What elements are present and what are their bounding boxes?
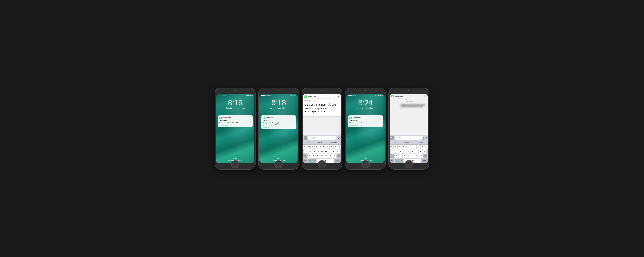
key-n[interactable]: N xyxy=(415,154,419,158)
key-c[interactable]: C xyxy=(403,154,406,158)
key-mic[interactable]: 🎤 xyxy=(312,158,316,162)
key-z[interactable]: Z xyxy=(308,154,312,158)
key-b[interactable]: B xyxy=(411,154,415,158)
key-v[interactable]: V xyxy=(320,154,324,158)
key-return[interactable]: return xyxy=(334,158,341,162)
key-s[interactable]: S xyxy=(308,150,312,154)
notification-2[interactable]: MESSAGES now Tim Cook Glad you like them… xyxy=(261,115,296,130)
key-o[interactable]: O xyxy=(334,145,337,149)
notification-1[interactable]: MESSAGES now Tim Cook Message sent with … xyxy=(218,115,253,127)
message-input-3[interactable]: iMessage xyxy=(308,136,337,140)
home-button-4[interactable] xyxy=(361,160,370,168)
key-j[interactable]: J xyxy=(328,150,332,154)
key-shift[interactable]: ⇧ xyxy=(303,154,308,158)
prev-message-3: messaging in iOS. xyxy=(304,100,340,102)
key-123[interactable]: 123 xyxy=(303,158,308,162)
key-row: Q W E R T Y U I O P xyxy=(303,145,341,149)
quicktype-word[interactable]: Talk later? xyxy=(416,142,424,144)
signal-dot xyxy=(351,95,352,96)
notif-time-4: now xyxy=(379,117,382,118)
key-v[interactable]: V xyxy=(407,154,411,158)
key-h[interactable]: H xyxy=(324,150,328,154)
quicktype-word[interactable]: Talk later? xyxy=(329,142,337,144)
key-y[interactable]: Y xyxy=(322,145,326,149)
key-q[interactable]: Q xyxy=(390,145,394,149)
key-backspace[interactable]: ⌫ xyxy=(336,154,341,158)
key-x[interactable]: X xyxy=(312,154,316,158)
key-w[interactable]: W xyxy=(394,145,398,149)
key-u[interactable]: U xyxy=(413,145,416,149)
key-h[interactable]: H xyxy=(411,150,414,154)
key-d[interactable]: D xyxy=(312,150,316,154)
key-d[interactable]: D xyxy=(399,150,403,154)
key-globe[interactable]: 🌐 xyxy=(308,158,312,162)
key-x[interactable]: X xyxy=(399,154,402,158)
key-z[interactable]: Z xyxy=(395,154,398,158)
key-f[interactable]: F xyxy=(316,150,320,154)
clock-area-2: 8:18 Thursday, September 22 xyxy=(259,99,298,109)
key-c[interactable]: C xyxy=(316,154,320,158)
carrier-label: HT HR xyxy=(223,95,226,96)
key-123[interactable]: 123 xyxy=(390,158,394,162)
key-i[interactable]: I xyxy=(330,145,333,149)
key-f[interactable]: F xyxy=(403,150,406,154)
close-button-5[interactable]: × xyxy=(424,95,426,98)
key-q[interactable]: Q xyxy=(303,145,307,149)
key-globe[interactable]: 🌐 xyxy=(395,158,399,162)
status-bar-2: HT HR ▲ ▲ ✦ 43% xyxy=(259,94,298,98)
mic-button-3[interactable]: 🎤 xyxy=(338,136,340,140)
key-u[interactable]: U xyxy=(326,145,330,149)
key-m[interactable]: M xyxy=(332,154,336,158)
quicktype-word[interactable]: Ok xyxy=(307,142,310,144)
key-l[interactable]: L xyxy=(336,150,340,154)
home-button-5[interactable] xyxy=(405,160,413,168)
send-button-3[interactable]: ▶ xyxy=(304,136,307,140)
key-s[interactable]: S xyxy=(395,150,398,154)
key-m[interactable]: M xyxy=(419,154,423,158)
key-e[interactable]: E xyxy=(311,145,314,149)
key-backspace[interactable]: ⌫ xyxy=(424,154,428,158)
key-mic[interactable]: 🎤 xyxy=(399,158,403,162)
quicktype-word[interactable]: Thanks xyxy=(316,142,323,144)
message-input-5[interactable]: Message xyxy=(394,136,424,140)
key-p[interactable]: P xyxy=(424,145,428,149)
key-p[interactable]: P xyxy=(337,145,341,149)
key-return[interactable]: return xyxy=(421,158,428,162)
home-button-3[interactable] xyxy=(318,160,326,168)
notif-app-icon-5 xyxy=(391,95,394,98)
message-bubble-5: ▓▓▓▓▓▓▓ ▓▓▓▓ ▓▓▓▓▓ ▓▓▓▓ ▓▓▓▓▓ ▓▓▓▓▓▓ ▓▓▓… xyxy=(400,103,426,109)
key-i[interactable]: I xyxy=(417,145,420,149)
page-dot-active xyxy=(235,158,236,159)
key-g[interactable]: G xyxy=(320,150,324,154)
location-icon: ▲ xyxy=(245,95,246,96)
quicktype-word[interactable]: Ok xyxy=(394,142,397,144)
key-k[interactable]: K xyxy=(419,150,422,154)
key-o[interactable]: O xyxy=(420,145,424,149)
close-button-3[interactable]: × xyxy=(337,96,340,98)
mic-button-5[interactable]: 🎤 xyxy=(424,136,427,140)
key-j[interactable]: J xyxy=(415,150,418,154)
battery-label: 41% xyxy=(381,95,383,96)
notification-4[interactable]: MESSAGES now Tim Cook Message sent with … xyxy=(348,115,383,127)
key-r[interactable]: R xyxy=(402,145,405,149)
key-r[interactable]: R xyxy=(315,145,318,149)
key-n[interactable]: N xyxy=(328,154,332,158)
quicktype-word[interactable]: Thanks xyxy=(403,142,410,144)
key-w[interactable]: W xyxy=(307,145,310,149)
send-button-5[interactable]: ▶ xyxy=(390,136,394,140)
key-g[interactable]: G xyxy=(407,150,410,154)
key-l[interactable]: L xyxy=(423,150,426,154)
status-bar-1: HT HR ▲ ▲ ✦ 43% xyxy=(216,94,254,98)
key-k[interactable]: K xyxy=(332,150,336,154)
key-a[interactable]: A xyxy=(304,150,308,154)
signal-dot xyxy=(348,95,349,96)
home-button-1[interactable] xyxy=(231,160,239,168)
key-y[interactable]: Y xyxy=(409,145,412,149)
key-t[interactable]: T xyxy=(405,145,409,149)
key-a[interactable]: A xyxy=(391,150,395,154)
home-button-2[interactable] xyxy=(274,160,283,168)
key-e[interactable]: E xyxy=(398,145,401,149)
key-t[interactable]: T xyxy=(318,145,322,149)
key-shift[interactable]: ⇧ xyxy=(390,154,394,158)
key-b[interactable]: B xyxy=(324,154,328,158)
